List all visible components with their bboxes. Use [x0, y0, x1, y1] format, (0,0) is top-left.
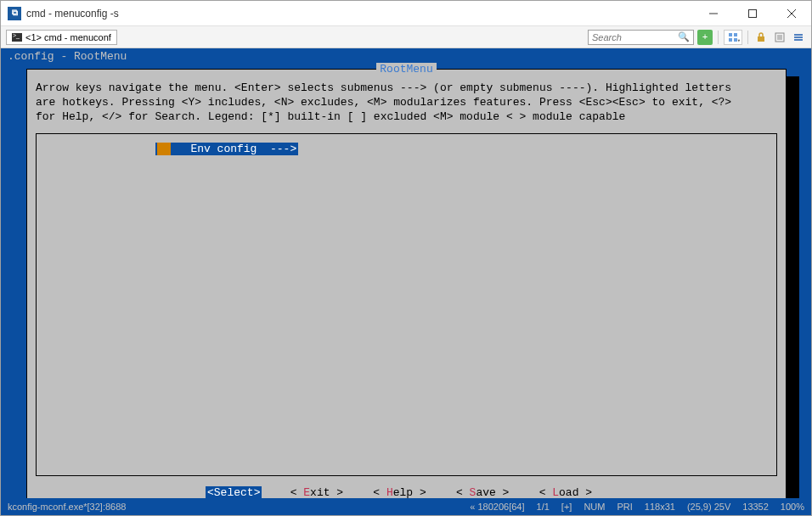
app-icon: ⧉	[8, 7, 21, 20]
status-process: kconfig-mconf.exe*[32]:8688	[8, 502, 126, 512]
help-button[interactable]: < Help >	[371, 486, 427, 498]
tui-title: RootMenu	[376, 63, 436, 76]
help-line: for Help, </> for Search. Legend: [*] bu…	[36, 110, 777, 125]
svg-rect-4	[729, 33, 732, 36]
status-dimensions: 118x31	[645, 502, 675, 512]
svg-rect-8	[758, 36, 764, 42]
status-num: NUM	[584, 502, 605, 512]
window-controls	[694, 1, 811, 25]
statusbar: kconfig-mconf.exe*[32]:8688 « 180206[64]…	[1, 498, 811, 515]
lock-icon	[756, 32, 766, 42]
svg-rect-6	[729, 38, 732, 42]
menu-item-label: Env config --->	[190, 143, 296, 155]
svg-rect-7	[734, 38, 737, 42]
hamburger-icon	[793, 32, 804, 42]
search-input[interactable]	[592, 32, 678, 42]
save-button[interactable]: < Save >	[454, 486, 510, 498]
tui-window: RootMenu Arrow keys navigate the menu. <…	[26, 69, 787, 498]
notes-button[interactable]	[772, 30, 787, 45]
status-position: 1/1	[537, 502, 550, 512]
select-button[interactable]: <Select>	[206, 486, 262, 498]
layout-dropdown[interactable]	[724, 30, 742, 45]
lock-button[interactable]	[753, 30, 769, 45]
close-button[interactable]	[772, 1, 811, 25]
tab-label: <1> cmd - menuconf	[25, 32, 111, 42]
console-icon	[12, 33, 22, 42]
menu-item-env-config[interactable]: Env config --->	[155, 143, 298, 155]
menu-button[interactable]	[791, 30, 806, 45]
status-zoom: 100%	[781, 502, 804, 512]
load-button[interactable]: < Load >	[538, 486, 594, 498]
terminal-area[interactable]: .config - RootMenu RootMenu Arrow keys n…	[1, 48, 811, 498]
main-window: ⧉ cmd - menuconfig -s <1> cmd - menuconf…	[0, 0, 812, 516]
search-icon[interactable]: 🔍	[678, 31, 690, 42]
help-line: are hotkeys. Pressing <Y> includes, <N> …	[36, 96, 777, 110]
tui-title-row: RootMenu	[36, 63, 777, 76]
svg-rect-1	[749, 9, 757, 17]
titlebar: ⧉ cmd - menuconfig -s	[1, 1, 811, 26]
minimize-button[interactable]	[694, 1, 733, 25]
console-tab[interactable]: <1> cmd - menuconf	[6, 30, 117, 45]
grid-icon	[728, 32, 738, 42]
add-tab-button[interactable]: +	[697, 30, 713, 45]
button-row: <Select> < Exit > < Help > < Save > < Lo…	[36, 476, 777, 498]
window-title: cmd - menuconfig -s	[26, 8, 694, 20]
menu-item-hotkey	[157, 143, 171, 155]
status-cursor: (25,9) 25V	[687, 502, 730, 512]
menu-list: Env config --->	[36, 133, 777, 476]
separator	[718, 31, 719, 44]
status-encoding: « 180206[64]	[470, 502, 524, 512]
help-line: Arrow keys navigate the menu. <Enter> se…	[36, 81, 777, 96]
search-box[interactable]: 🔍	[588, 30, 694, 45]
svg-rect-5	[734, 33, 737, 36]
status-memory: 13352	[742, 502, 769, 512]
separator	[747, 31, 748, 44]
toolbar: <1> cmd - menuconf 🔍 +	[1, 26, 811, 48]
status-plus: [+]	[561, 502, 572, 512]
notes-icon	[775, 32, 785, 42]
help-text: Arrow keys navigate the menu. <Enter> se…	[36, 80, 777, 133]
maximize-button[interactable]	[733, 1, 772, 25]
exit-button[interactable]: < Exit >	[289, 486, 345, 498]
status-pri: PRI	[617, 502, 632, 512]
